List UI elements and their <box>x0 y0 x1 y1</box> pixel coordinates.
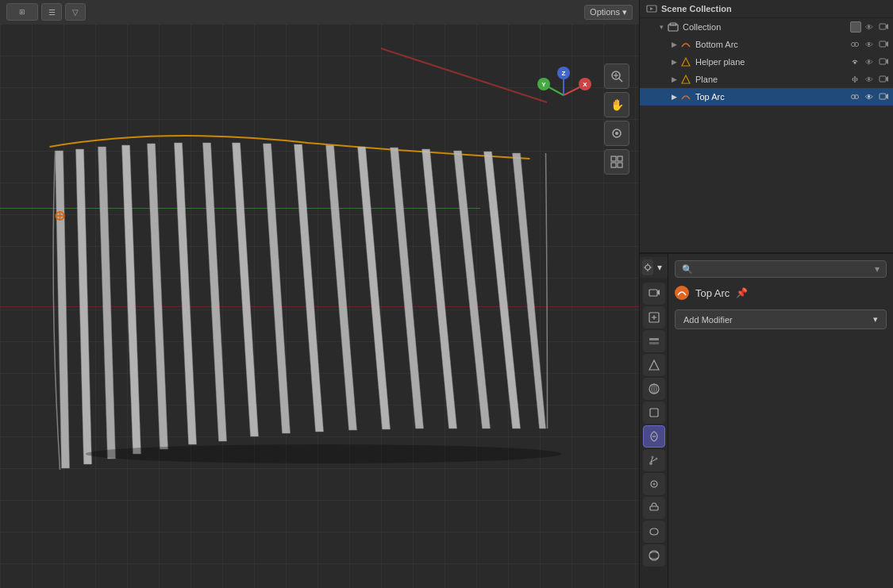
right-toolbar: ✋ <box>602 63 631 175</box>
plane-fork[interactable] <box>849 73 861 86</box>
svg-rect-38 <box>611 163 616 167</box>
helper-plane-arrow[interactable]: ▶ <box>668 56 679 67</box>
tree-row-bottom-arc[interactable]: ▶ Bottom Arc 👁 <box>640 36 893 53</box>
prop-object-header: Top Arc 📌 <box>675 286 887 300</box>
plane-icon <box>679 73 692 86</box>
filter-icon[interactable]: ▽ <box>65 3 86 21</box>
plane-arrow[interactable]: ▶ <box>668 74 679 85</box>
svg-marker-75 <box>649 360 659 370</box>
tree-row-collection[interactable]: ▾ Collection 👁 <box>640 18 893 36</box>
search-icon: 🔍 <box>682 264 693 275</box>
svg-rect-79 <box>650 409 658 417</box>
top-arc-eye[interactable]: 👁 <box>863 90 876 103</box>
tree-row-plane[interactable]: ▶ Plane 👁 <box>640 71 893 88</box>
scene-props-icon[interactable] <box>643 354 665 376</box>
svg-point-35 <box>615 132 618 135</box>
list-icon[interactable]: ☰ <box>41 3 62 21</box>
axis-y-line <box>0 208 480 209</box>
prop-object-name: Top Arc <box>695 287 729 299</box>
scene-icon <box>646 3 657 14</box>
prop-settings-icon[interactable] <box>642 259 653 275</box>
material-icon[interactable] <box>643 544 665 567</box>
add-modifier-button[interactable]: Add Modifier ▾ <box>675 309 887 329</box>
options-button[interactable]: Options ▾ <box>584 5 633 20</box>
pan-tool-icon[interactable]: ✋ <box>604 92 629 117</box>
prop-search-arrow[interactable]: ▾ <box>875 263 880 275</box>
outliner-header-row: Scene Collection <box>640 0 893 18</box>
modifier-props-icon[interactable] <box>643 425 665 448</box>
prop-dropdown-icon[interactable]: ▾ <box>655 259 666 275</box>
helper-plane-icon <box>679 56 692 68</box>
svg-text:X: X <box>583 81 587 88</box>
helper-plane-eye[interactable]: 👁 <box>863 56 876 68</box>
constraints-icon[interactable] <box>643 497 665 519</box>
helper-plane-camera[interactable] <box>877 56 890 68</box>
plane-camera[interactable] <box>877 73 890 86</box>
prop-top-controls: ▾ <box>640 257 668 278</box>
add-modifier-label: Add Modifier <box>683 315 733 325</box>
svg-marker-55 <box>682 75 690 83</box>
tree-row-top-arc[interactable]: ▶ Top Arc 👁 <box>640 88 893 106</box>
bottom-arc-arrow[interactable]: ▶ <box>668 39 679 50</box>
viewport-canvas[interactable]: Z Y X <box>0 24 639 588</box>
output-props-icon[interactable] <box>643 306 665 329</box>
helper-plane-label: Helper plane <box>695 57 849 67</box>
svg-rect-53 <box>880 59 886 64</box>
svg-text:Z: Z <box>562 70 566 77</box>
top-arc-arrow[interactable]: ▶ <box>668 91 679 102</box>
top-arc-camera[interactable] <box>877 90 890 103</box>
top-arc-icon <box>679 90 692 103</box>
grid-view-icon[interactable] <box>604 149 629 175</box>
svg-rect-74 <box>649 342 659 344</box>
world-props-icon[interactable] <box>643 378 665 400</box>
zoom-tool-icon[interactable] <box>604 63 629 89</box>
scene-collection-label: Scene Collection <box>661 4 732 13</box>
svg-point-52 <box>854 62 856 64</box>
top-arc-link[interactable] <box>849 90 861 103</box>
prop-search-bar[interactable]: 🔍 ▾ <box>675 260 887 278</box>
viewport-toolbar: ⊞ ☰ ▽ Options ▾ <box>0 0 639 24</box>
bottom-arc-camera[interactable] <box>877 38 890 51</box>
plane-eye[interactable]: 👁 <box>863 73 876 86</box>
svg-point-81 <box>649 462 652 465</box>
top-arc-label: Top Arc <box>695 92 849 102</box>
helper-plane-link[interactable] <box>849 56 861 68</box>
data-icon[interactable] <box>643 521 665 543</box>
svg-point-87 <box>652 483 655 486</box>
axis-indicator: Z Y X <box>532 63 595 127</box>
collection-arrow[interactable]: ▾ <box>656 21 667 33</box>
svg-rect-88 <box>650 506 658 510</box>
particles-icon[interactable] <box>643 449 665 471</box>
svg-marker-41 <box>650 7 653 10</box>
collection-camera[interactable] <box>877 21 890 33</box>
prop-pin-icon[interactable]: 📌 <box>736 287 748 298</box>
bottom-arc-icon <box>679 38 692 51</box>
tree-row-helper-plane[interactable]: ▶ Helper plane 👁 <box>640 53 893 71</box>
viewport-area: ⊞ ☰ ▽ Options ▾ <box>0 0 639 588</box>
bottom-arc-link[interactable] <box>849 38 861 51</box>
collection-checkbox[interactable] <box>850 21 861 33</box>
svg-rect-37 <box>618 156 622 161</box>
svg-line-31 <box>619 79 622 82</box>
view-layer-icon[interactable] <box>643 330 665 352</box>
render-props-icon[interactable] <box>643 282 665 305</box>
bottom-arc-eye[interactable]: 👁 <box>863 38 876 51</box>
svg-rect-57 <box>880 76 886 82</box>
svg-rect-44 <box>880 24 886 29</box>
plane-label: Plane <box>695 75 849 84</box>
object-props-icon[interactable] <box>643 402 665 424</box>
header-left-icons[interactable]: ⊞ <box>6 3 38 21</box>
svg-text:Y: Y <box>541 81 546 88</box>
svg-rect-49 <box>880 41 886 47</box>
svg-marker-51 <box>682 58 690 66</box>
prop-search-input[interactable] <box>696 264 875 274</box>
axis-x-line <box>0 306 639 307</box>
camera-rotate-icon[interactable] <box>604 121 629 146</box>
physics-icon[interactable] <box>643 473 665 495</box>
svg-rect-61 <box>880 94 886 99</box>
collection-icon <box>667 21 679 33</box>
collection-eye[interactable]: 👁 <box>863 21 876 33</box>
svg-rect-73 <box>649 338 659 340</box>
prop-object-icon <box>675 286 689 300</box>
svg-rect-39 <box>618 163 622 167</box>
